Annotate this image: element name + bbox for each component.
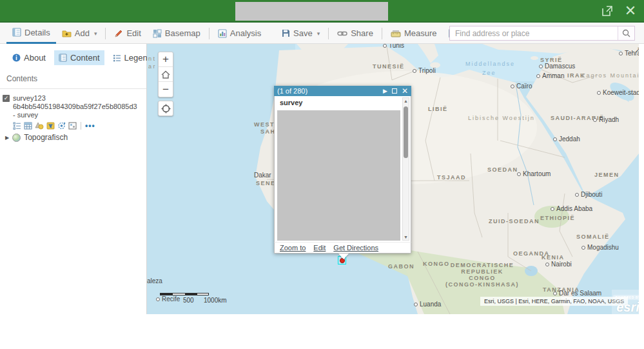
zoom-in-button[interactable]: + — [159, 52, 173, 67]
popup-header[interactable]: (1 of 280) ▶ ✕ — [274, 86, 411, 96]
globe-icon — [12, 134, 21, 142]
popup-body: survey ▲ ▼ — [274, 96, 411, 242]
edit-pencil-icon — [114, 29, 123, 38]
window-edge — [639, 44, 644, 314]
details-label: Details — [24, 28, 50, 37]
tab-about-label: About — [24, 53, 46, 63]
details-button[interactable]: Details — [6, 23, 56, 44]
analysis-icon — [218, 29, 227, 38]
popup-footer: Zoom to Edit Get Directions — [274, 242, 411, 254]
popup-pointer-notch — [338, 254, 349, 259]
scroll-down-icon[interactable]: ▼ — [403, 235, 409, 239]
scale-mid-label: 500 — [183, 297, 194, 304]
show-table-icon[interactable] — [24, 122, 32, 130]
add-label: Add — [75, 28, 90, 38]
measure-button[interactable]: Measure — [385, 23, 443, 44]
layer-name-line2[interactable]: 6b4bb54051984309ba59f27e5b8085d3 — [13, 103, 142, 111]
analysis-button[interactable]: Analysis — [212, 23, 267, 44]
locate-icon — [161, 104, 171, 114]
search-box — [449, 26, 635, 41]
next-feature-icon[interactable]: ▶ — [383, 86, 387, 96]
legend-list-icon — [113, 54, 121, 62]
map-viewer-app: ✕ Details Add ▾ Edi — [0, 0, 644, 314]
toolbar: Details Add ▾ Edit Basemap — [0, 23, 644, 44]
popup-close-icon[interactable]: ✕ — [402, 86, 408, 96]
perform-analysis-icon[interactable] — [68, 122, 77, 130]
powered-by-label: POWERED BY — [613, 295, 642, 300]
chevron-down-icon: ▾ — [94, 30, 97, 37]
share-label: Share — [351, 28, 373, 38]
popup-scrollbar[interactable]: ▲ ▼ — [402, 97, 409, 241]
edit-label: Edit — [126, 28, 141, 38]
contents-panel: About Content Legend ◀ Contents — [0, 44, 147, 314]
add-button[interactable]: Add ▾ — [56, 23, 103, 44]
open-in-new-icon[interactable] — [599, 3, 616, 19]
scale-bar: 500 1000km — [160, 293, 209, 295]
scale-bar-line — [160, 293, 209, 295]
layer-name-line3[interactable]: - survey — [13, 111, 142, 119]
analysis-label: Analysis — [230, 28, 261, 38]
more-options-button[interactable]: ••• — [85, 121, 95, 130]
cluster-points-icon[interactable] — [57, 122, 66, 130]
basemap-grid-icon — [153, 29, 162, 38]
share-link-icon — [337, 30, 347, 37]
map-canvas[interactable]: n ta rTunisTUNESIËTripoliMiddellandseZee… — [147, 44, 644, 314]
zoom-to-link[interactable]: Zoom to — [280, 244, 306, 252]
toolbar-divider — [382, 28, 382, 39]
home-button[interactable] — [159, 67, 173, 82]
edit-button[interactable]: Edit — [108, 23, 146, 44]
measure-ruler-icon — [391, 30, 401, 37]
chevron-down-icon: ▾ — [317, 30, 320, 37]
scroll-up-icon[interactable]: ▲ — [403, 99, 409, 103]
toolbar-divider — [105, 28, 106, 39]
scale-end-label: 1000km — [204, 297, 227, 304]
layer-actions: ••• — [13, 121, 146, 130]
content-page-icon — [59, 54, 67, 62]
toolbar-divider — [209, 28, 210, 39]
basemap-layer-label: Topografisch — [24, 133, 68, 142]
save-floppy-icon — [282, 29, 290, 37]
close-icon[interactable]: ✕ — [622, 3, 639, 19]
divider — [81, 122, 81, 130]
scrollbar-thumb[interactable] — [404, 106, 408, 158]
filter-icon[interactable] — [46, 122, 55, 130]
zoom-controls: + − — [158, 52, 173, 97]
save-label: Save — [293, 28, 313, 38]
popup-title: survey — [280, 99, 302, 106]
layer-checkbox[interactable]: ✓ — [3, 95, 10, 102]
redacted-title-block — [235, 2, 388, 21]
tab-about[interactable]: About — [8, 50, 50, 65]
expand-arrow-icon[interactable]: ▶ — [5, 135, 9, 141]
map-attribution: Esri, USGS | Esri, HERE, Garmin, FAO, NO… — [480, 297, 628, 306]
add-icon — [62, 29, 72, 37]
feature-popup: (1 of 280) ▶ ✕ survey ▲ ▼ Zoom to — [274, 86, 411, 254]
find-my-location-button[interactable] — [158, 101, 173, 116]
toolbar-divider — [328, 28, 329, 39]
maximize-icon[interactable] — [392, 88, 397, 94]
tab-content-label: Content — [70, 53, 100, 63]
redacted-popup-content — [277, 110, 400, 241]
contents-heading: Contents — [0, 70, 146, 88]
basemap-label: Basemap — [165, 28, 200, 38]
search-input[interactable] — [450, 26, 618, 40]
save-button[interactable]: Save ▾ — [276, 23, 326, 44]
layer-name-line1[interactable]: survey123 — [13, 94, 142, 103]
home-icon — [161, 70, 170, 79]
app-header: ✕ — [0, 0, 644, 23]
share-button[interactable]: Share — [331, 23, 379, 44]
layer-item-survey123: ✓ survey123 6b4bb54051984309ba59f27e5b80… — [0, 94, 146, 119]
popup-counter: (1 of 280) — [277, 87, 378, 95]
show-legend-icon[interactable] — [13, 122, 21, 130]
zoom-out-button[interactable]: − — [159, 82, 173, 97]
basemap-layer-item[interactable]: ▶ Topografisch — [5, 133, 146, 142]
details-icon — [12, 28, 21, 37]
divider — [0, 88, 146, 89]
edit-link[interactable]: Edit — [313, 244, 326, 252]
basemap-button[interactable]: Basemap — [147, 23, 206, 44]
search-icon[interactable] — [618, 26, 634, 40]
measure-label: Measure — [404, 28, 437, 38]
change-style-icon[interactable] — [35, 122, 44, 130]
tab-content[interactable]: Content — [54, 50, 104, 65]
get-directions-link[interactable]: Get Directions — [333, 244, 378, 252]
info-icon — [12, 54, 21, 62]
